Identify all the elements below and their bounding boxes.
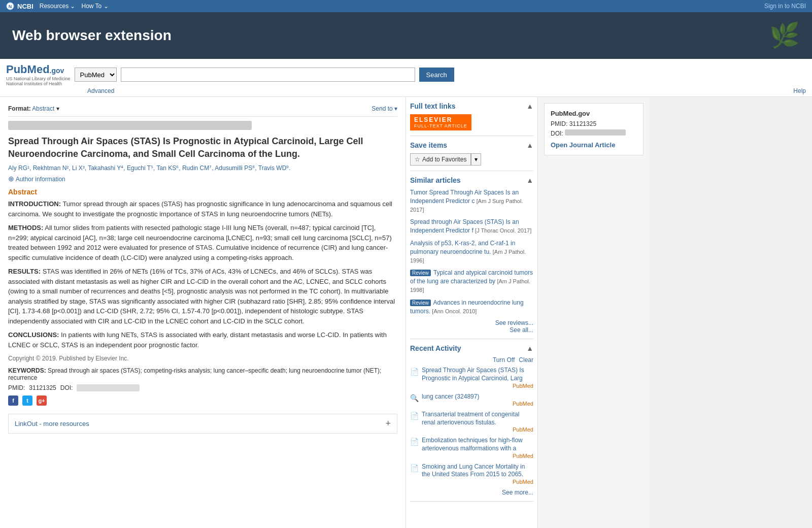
see-reviews-link[interactable]: See reviews... — [410, 319, 533, 326]
recent-item-3: 📄 Transarterial treatment of congenital … — [410, 411, 533, 433]
similar-article-2-journal: [J Thorac Oncol. 2017] — [475, 227, 531, 234]
article-title: Spread Through Air Spaces (STAS) Is Prog… — [8, 135, 397, 160]
similar-article-5-journal: [Ann Oncol. 2010] — [432, 308, 477, 314]
recent-item-5-content: Smoking and Lung Cancer Mortality in the… — [422, 463, 533, 485]
save-items-section: Save items ▲ ☆ Add to Favorites ▾ — [410, 136, 533, 171]
recent-item-4: 📄 Embolization techniques for high-flow … — [410, 437, 533, 458]
twitter-icon[interactable]: t — [22, 395, 32, 406]
see-all-link[interactable]: See all... — [410, 326, 533, 334]
search-button[interactable]: Search — [419, 68, 454, 82]
googleplus-icon[interactable]: g+ — [37, 395, 47, 406]
keywords-line: KEYWORDS: Spread through air spaces (STA… — [8, 367, 397, 381]
abstract-heading: Abstract — [8, 188, 397, 196]
ncbi-logo-text: NCBI — [17, 3, 33, 10]
intro-text: Tumor spread through air spaces (STAS) h… — [8, 200, 392, 218]
recent-item-3-link[interactable]: Transarterial treatment of congenital re… — [422, 411, 519, 426]
recent-item-1: 📄 Spread Through Air Spaces (STAS) Is Pr… — [410, 367, 533, 388]
recent-item-4-source: PubMed — [422, 453, 533, 459]
conclusions-text: In patients with lung NETs, STAS is asso… — [8, 331, 387, 349]
add-to-favorites-button[interactable]: ☆ Add to Favorites — [410, 153, 471, 166]
nih-text-1: US National Library of Medicine — [6, 76, 71, 81]
pmid-line: PMID: 31121325 DOI: — [8, 384, 397, 391]
send-to-link[interactable]: Send to ▾ — [371, 105, 397, 112]
nih-text-2: National Institutes of Health — [6, 81, 62, 86]
save-items-title: Save items — [410, 141, 447, 149]
help-link[interactable]: Help — [793, 87, 806, 94]
full-text-article-label: FULL-TEXT ARTICLE — [414, 123, 467, 128]
advanced-link[interactable]: Advanced — [87, 87, 114, 94]
recent-item-1-article-icon: 📄 — [410, 368, 419, 376]
resources-menu[interactable]: Resources ⌄ — [40, 3, 76, 10]
pmid-label: PMID: — [8, 384, 25, 391]
info-card-pmid: PMID: 31121325 — [551, 120, 637, 127]
clear-link[interactable]: Clear — [519, 356, 533, 364]
elsevier-button[interactable]: ELSEVIER FULL-TEXT ARTICLE — [410, 114, 471, 130]
doi-redacted-bar — [565, 129, 626, 136]
recent-item-1-source: PubMed — [422, 383, 533, 389]
results-label: RESULTS: — [8, 268, 41, 275]
favorites-dropdown-button[interactable]: ▾ — [471, 153, 481, 166]
doi-label: DOI: — [60, 384, 73, 391]
similar-article-1: Tumor Spread Through Air Spaces Is an In… — [410, 188, 533, 214]
recent-activity-title: Recent Activity — [410, 344, 461, 352]
search-input[interactable] — [121, 68, 415, 82]
full-text-links-title: Full text links — [410, 102, 455, 110]
recent-item-2-content: lung cancer (324897) PubMed — [422, 393, 533, 407]
similar-article-4: Review Typical and atypical carcinoid tu… — [410, 269, 533, 294]
recent-item-4-content: Embolization techniques for high-flow ar… — [422, 437, 533, 458]
author-info-toggle[interactable]: ⊕ Author information — [8, 175, 397, 183]
format-label: Format: — [8, 105, 31, 112]
similar-article-5: Review Advances in neuroendocrine lung t… — [410, 299, 533, 316]
similar-article-2: Spread through Air Spaces (STAS) Is an I… — [410, 218, 533, 235]
similar-article-3: Analysis of p53, K-ras-2, and C-raf-1 in… — [410, 239, 533, 265]
methods-label: METHODS: — [8, 224, 43, 232]
recent-item-5-article-icon: 📄 — [410, 464, 419, 472]
ncbi-bar: N NCBI Resources ⌄ How To ⌄ Sign in to N… — [0, 0, 812, 12]
search-database-select[interactable]: PubMed — [75, 68, 117, 82]
recent-activity-expand-icon[interactable]: ▲ — [526, 344, 533, 352]
recent-item-5: 📄 Smoking and Lung Cancer Mortality in t… — [410, 463, 533, 485]
howto-menu[interactable]: How To ⌄ — [81, 3, 108, 10]
methods-text: All tumor slides from patients with rese… — [8, 224, 392, 261]
linkout-bar[interactable]: LinkOut - more resources + — [8, 414, 397, 434]
recent-item-1-link[interactable]: Spread Through Air Spaces (STAS) Is Prog… — [422, 367, 524, 382]
authors-line: Aly RG¹, Rekhtman N², Li X³, Takahashi Y… — [8, 164, 397, 172]
pmid-value: 31121325 — [29, 384, 56, 391]
star-icon: ☆ — [415, 156, 420, 163]
full-text-expand-icon[interactable]: ▲ — [526, 102, 533, 110]
similar-articles-expand-icon[interactable]: ▲ — [526, 176, 533, 184]
turn-off-link[interactable]: Turn Off — [493, 356, 515, 364]
ncbi-logo: N NCBI — [6, 2, 33, 10]
author-info-label: Author information — [16, 176, 65, 183]
info-card-doi: DOI: — [551, 129, 637, 137]
save-items-expand-icon[interactable]: ▲ — [526, 141, 533, 149]
facebook-icon[interactable]: f — [8, 395, 18, 406]
signin-link[interactable]: Sign in to NCBI — [764, 3, 806, 10]
info-card: PubMed.gov PMID: 31121325 DOI: Open Jour… — [544, 103, 644, 155]
see-more-link[interactable]: See more... — [410, 489, 533, 496]
recent-item-4-link[interactable]: Embolization techniques for high-flow ar… — [422, 437, 523, 452]
header-leaf-icon: 🌿 — [769, 21, 800, 50]
linkout-label: LinkOut - more resources — [15, 420, 89, 427]
article-content: Format: Abstract ▾ Send to ▾ Spread Thro… — [0, 97, 406, 528]
recent-item-2-source: PubMed — [422, 401, 533, 407]
recent-item-5-link[interactable]: Smoking and Lung Cancer Mortality in the… — [422, 463, 525, 478]
open-journal-link[interactable]: Open Journal Article — [551, 141, 615, 149]
doi-redacted — [77, 384, 139, 391]
recent-item-2: 🔍 lung cancer (324897) PubMed — [410, 393, 533, 407]
recent-item-2-link[interactable]: lung cancer (324897) — [422, 393, 479, 400]
recent-item-3-content: Transarterial treatment of congenital re… — [422, 411, 533, 433]
elsevier-label: ELSEVIER — [414, 116, 467, 123]
right-panel: PubMed.gov PMID: 31121325 DOI: Open Jour… — [538, 97, 650, 528]
pubmed-bar: PubMed.gov US National Library of Medici… — [0, 59, 812, 97]
sidebar: Full text links ▲ ELSEVIER FULL-TEXT ART… — [406, 97, 538, 528]
recent-item-3-source: PubMed — [422, 426, 533, 433]
similar-articles-title: Similar articles — [410, 176, 461, 184]
page-header: Web browser extension 🌿 — [0, 12, 812, 59]
abstract-results: RESULTS: STAS was identified in 26% of N… — [8, 267, 397, 326]
copyright-text: Copyright © 2019. Published by Elsevier … — [8, 355, 397, 362]
similar-articles-section: Similar articles ▲ Tumor Spread Through … — [410, 171, 533, 339]
format-abstract-link[interactable]: Abstract — [32, 105, 54, 112]
redacted-image-bar — [8, 121, 252, 130]
pubmed-logo: PubMed.gov US National Library of Medici… — [6, 63, 71, 86]
